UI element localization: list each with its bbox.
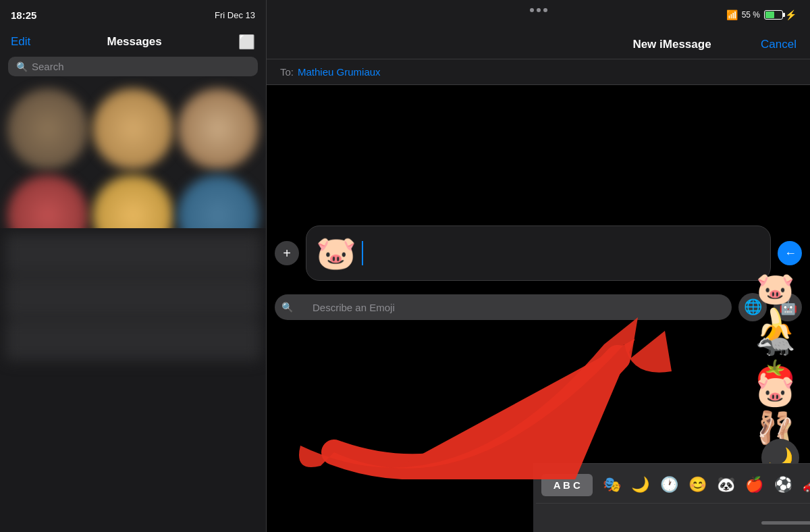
emoji-search-input[interactable]: 🔍 Describe an Emoji	[275, 294, 732, 320]
keyboard-top-row: A B C 🎭 🌙 🕐 😊 🐼 🍎 ⚽ 🚗 💡 ❤️ 🏴 space ⌫	[536, 469, 810, 504]
imessage-panel: 📶 55 % ⚡ New iMessage Cancel To: Mathieu…	[267, 0, 810, 532]
kb-icon-clock[interactable]: 🕐	[660, 476, 678, 494]
home-bar	[761, 521, 811, 525]
status-time: 18:25	[11, 9, 36, 21]
messages-sidebar: 18:25 Fri Dec 13 Edit Messages ⬜ 🔍 Searc…	[0, 0, 267, 228]
kb-icon-apple[interactable]: 🍎	[745, 476, 763, 494]
kb-icon-ghost[interactable]: 🎭	[603, 476, 621, 494]
message-input-row: + 🐷 ↑	[267, 220, 810, 286]
to-label: To:	[280, 66, 294, 78]
status-right: 📶 55 % ⚡	[726, 9, 796, 20]
edit-button[interactable]: Edit	[11, 35, 30, 49]
right-status-bar: 📶 55 % ⚡	[267, 0, 810, 30]
emoji-search-placeholder: Describe an Emoji	[313, 302, 395, 313]
dot-2	[537, 8, 541, 12]
to-bar: To: Mathieu Grumiaux	[267, 59, 810, 85]
emoji-search-row: 🔍 Describe an Emoji 🌐 🤖	[267, 286, 810, 328]
send-arrow-icon: ↑	[783, 250, 797, 257]
cancel-button[interactable]: Cancel	[761, 38, 796, 51]
contact-avatar[interactable]	[178, 88, 259, 169]
kb-icon-ball[interactable]: ⚽	[774, 476, 792, 494]
cursor	[362, 241, 363, 265]
search-glass-icon: 🔍	[281, 302, 293, 313]
kb-icon-smile[interactable]: 😊	[688, 476, 707, 494]
add-button[interactable]: +	[275, 241, 299, 265]
message-input-box[interactable]: 🐷	[306, 225, 771, 281]
emoji-results-column: 🐷🍌 🦡🍅 🐷🩰 🌙	[756, 282, 805, 477]
battery-percent: 55 %	[742, 10, 760, 20]
to-contact[interactable]: Mathieu Grumiaux	[298, 66, 381, 78]
contact-avatar[interactable]	[92, 88, 173, 169]
abc-label[interactable]: A B C	[541, 474, 593, 496]
contact-avatar[interactable]	[7, 88, 88, 169]
nav-title: New iMessage	[632, 38, 711, 51]
search-bar[interactable]: 🔍 Search	[8, 57, 258, 76]
left-status-bar: 18:25 Fri Dec 13	[0, 0, 266, 30]
kb-icon-panda[interactable]: 🐼	[717, 476, 735, 494]
dot-1	[530, 8, 534, 12]
messages-title: Messages	[107, 35, 162, 49]
left-blur-area	[0, 228, 267, 532]
kb-icon-moon[interactable]: 🌙	[631, 476, 649, 494]
right-nav-bar: New iMessage Cancel	[267, 30, 810, 59]
wifi-icon: 📶	[726, 9, 738, 20]
search-input[interactable]: Search	[32, 61, 64, 72]
send-button[interactable]: ↑	[778, 241, 802, 265]
keyboard-area: A B C 🎭 🌙 🕐 😊 🐼 🍎 ⚽ 🚗 💡 ❤️ 🏴 space ⌫	[533, 463, 810, 513]
dot-3	[543, 8, 547, 12]
home-indicator	[533, 513, 810, 532]
status-date: Fri Dec 13	[215, 10, 255, 20]
compose-icon[interactable]: ⬜	[238, 34, 255, 50]
left-nav: Edit Messages ⬜	[0, 30, 266, 57]
kb-icon-car[interactable]: 🚗	[803, 476, 810, 494]
message-area	[267, 85, 810, 220]
pig-sticker: 🐷	[316, 233, 356, 273]
search-icon: 🔍	[16, 61, 28, 72]
emoji-result-pig-dance[interactable]: 🐷🩰	[756, 385, 805, 433]
battery-icon: ⚡	[764, 9, 796, 20]
status-dots	[530, 8, 547, 12]
